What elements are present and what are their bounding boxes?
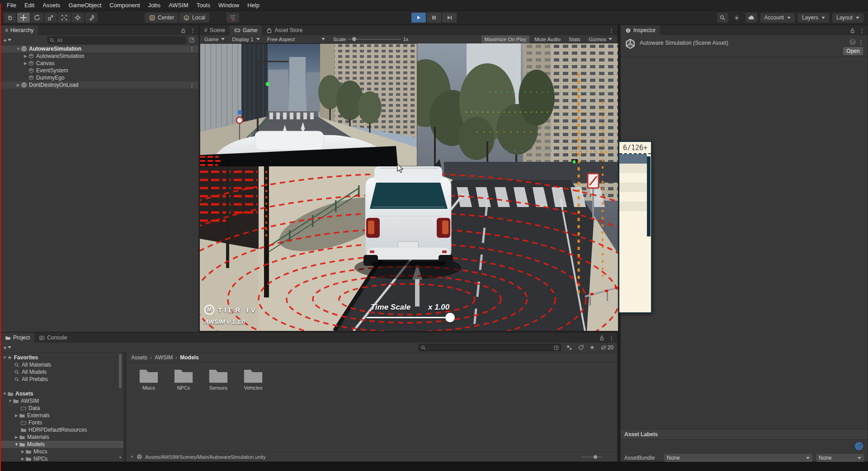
folder-tile-vehicles[interactable]: Vehicles xyxy=(237,367,269,391)
pivot-toggle-button[interactable]: Center xyxy=(145,13,178,23)
tree-row[interactable]: ▶Externals xyxy=(0,412,123,419)
tab-inspector[interactable]: Inspector xyxy=(621,25,660,35)
menu-gameobject[interactable]: GameObject xyxy=(64,0,105,10)
hierarchy-row[interactable]: EventSystem xyxy=(0,67,198,74)
tree-row[interactable]: Fonts xyxy=(0,419,123,426)
pause-button[interactable] xyxy=(427,13,441,23)
cloud-button[interactable] xyxy=(745,13,757,23)
tab-asset-store[interactable]: Asset Store xyxy=(262,25,307,35)
tree-row-assets[interactable]: ▼Assets xyxy=(0,390,123,397)
game-viewport[interactable]: M TIER IV AWSIM v 1.1.0 Time Scale x 1.0… xyxy=(200,43,618,331)
folder-tile-miscs[interactable]: Miscs xyxy=(133,367,165,391)
tab-console[interactable]: Console xyxy=(34,333,71,343)
breadcrumb-models[interactable]: Models xyxy=(180,354,198,361)
scale-tool-button[interactable] xyxy=(44,13,57,23)
custom-tool-button[interactable] xyxy=(85,13,98,23)
hand-tool-button[interactable] xyxy=(4,13,16,23)
hierarchy-row[interactable]: DummyEgo xyxy=(0,74,198,81)
candidate-row[interactable] xyxy=(619,183,647,192)
tree-scroll-down-icon[interactable]: ▼ xyxy=(118,456,122,460)
kebab-menu-icon[interactable]: ⋮ xyxy=(858,39,864,45)
tree-row[interactable]: Data xyxy=(0,405,123,412)
folder-tile-sensors[interactable]: Sensors xyxy=(203,367,234,391)
popup-scrollbar[interactable] xyxy=(647,156,651,236)
tree-row[interactable]: HDRPDefaultResources xyxy=(0,426,123,433)
progress-activity-button[interactable] xyxy=(731,13,742,23)
rotate-tool-button[interactable] xyxy=(31,13,43,23)
layers-dropdown[interactable]: Layers xyxy=(798,13,829,23)
expander-icon[interactable]: ▶ xyxy=(23,54,28,58)
step-button[interactable] xyxy=(442,13,457,23)
kebab-menu-icon[interactable]: ⋮ xyxy=(859,28,865,33)
hierarchy-row[interactable]: ▶ Canvas xyxy=(0,60,198,67)
lock-icon[interactable] xyxy=(849,28,855,33)
time-scale-slider-knob[interactable] xyxy=(445,313,455,322)
hidden-count-button[interactable]: 20 xyxy=(600,344,613,351)
menu-file[interactable]: File xyxy=(3,0,20,10)
search-detach-icon[interactable] xyxy=(553,345,559,351)
lock-icon[interactable] xyxy=(599,335,605,341)
label-filter-icon[interactable] xyxy=(578,344,584,351)
search-button[interactable] xyxy=(717,13,728,23)
hierarchy-row-scene[interactable]: ▼ AutowareSimulation ⋮ xyxy=(0,45,198,52)
tree-row[interactable]: All Materials xyxy=(0,361,123,368)
scale-slider-knob[interactable] xyxy=(352,37,356,41)
lock-icon[interactable] xyxy=(180,28,186,33)
candidate-row[interactable] xyxy=(619,192,647,202)
space-toggle-button[interactable]: Local xyxy=(179,13,209,23)
breadcrumb-assets[interactable]: Assets xyxy=(131,354,147,361)
mute-audio-toggle[interactable]: Mute Audio xyxy=(531,35,564,43)
kebab-menu-icon[interactable]: ⋮ xyxy=(189,82,195,88)
tree-row[interactable]: All Prefabs xyxy=(0,376,123,383)
tree-row-favorites[interactable]: ▼★Favorites xyxy=(0,354,123,361)
menu-window[interactable]: Window xyxy=(214,0,243,10)
tree-scrollbar[interactable] xyxy=(119,354,122,388)
grid-snap-button[interactable] xyxy=(226,13,239,23)
create-button[interactable]: + xyxy=(3,344,11,351)
tree-row-selected[interactable]: ▼Models xyxy=(0,441,123,448)
kebab-menu-icon[interactable]: ⋮ xyxy=(609,28,614,33)
layout-dropdown[interactable]: Layout xyxy=(832,13,863,23)
open-scene-button[interactable]: Open xyxy=(843,47,863,55)
folder-tile-npcs[interactable]: NPCs xyxy=(168,367,199,391)
rect-tool-button[interactable] xyxy=(58,13,71,23)
menu-awsim[interactable]: AWSIM xyxy=(165,0,193,10)
tab-scene[interactable]: #Scene xyxy=(200,25,230,35)
menu-edit[interactable]: Edit xyxy=(20,0,38,10)
chevron-down-icon[interactable]: ▼ xyxy=(130,455,134,459)
display-dropdown[interactable]: Display 1 xyxy=(229,35,262,43)
tab-project[interactable]: Project xyxy=(0,333,34,343)
move-tool-button[interactable] xyxy=(17,13,30,23)
scale-slider[interactable] xyxy=(348,39,401,40)
expander-icon[interactable]: ▶ xyxy=(16,83,21,87)
aspect-dropdown[interactable]: Free Aspect xyxy=(264,35,328,43)
assetbundle-dropdown[interactable]: None xyxy=(664,454,812,462)
tree-row[interactable]: ▶Miscs xyxy=(0,448,123,455)
thumbnail-size-slider[interactable] xyxy=(581,457,602,457)
tab-hierarchy[interactable]: ≡Hierarchy xyxy=(0,25,38,35)
assetbundle-variant-dropdown[interactable]: None xyxy=(816,454,864,462)
tree-row[interactable]: ▶NPCs xyxy=(0,455,123,462)
hierarchy-row[interactable]: ▶ AutowareSimulation xyxy=(0,52,198,60)
create-button[interactable]: + xyxy=(3,37,11,44)
type-filter-icon[interactable] xyxy=(566,344,572,351)
play-button[interactable] xyxy=(411,13,426,23)
menu-jobs[interactable]: Jobs xyxy=(144,0,165,10)
project-splitter[interactable] xyxy=(123,353,127,462)
project-search-input[interactable] xyxy=(419,344,561,351)
menu-component[interactable]: Component xyxy=(105,0,144,10)
kebab-menu-icon[interactable]: ⋮ xyxy=(189,46,195,52)
candidate-row[interactable] xyxy=(619,164,647,173)
tree-row[interactable]: ▼AWSIM xyxy=(0,397,123,405)
candidate-row[interactable] xyxy=(619,202,647,211)
expander-icon[interactable]: ▶ xyxy=(23,61,28,66)
hierarchy-search-input[interactable] xyxy=(47,37,186,44)
menu-assets[interactable]: Assets xyxy=(38,0,64,10)
account-dropdown[interactable]: Account xyxy=(760,13,795,23)
label-tag-button[interactable] xyxy=(855,442,863,450)
camera-dropdown[interactable]: Game xyxy=(202,35,227,43)
candidate-row[interactable] xyxy=(619,173,647,183)
breadcrumb-awsim[interactable]: AWSIM xyxy=(155,354,173,361)
tab-game[interactable]: Game xyxy=(230,25,262,35)
tree-row[interactable]: All Models xyxy=(0,368,123,376)
